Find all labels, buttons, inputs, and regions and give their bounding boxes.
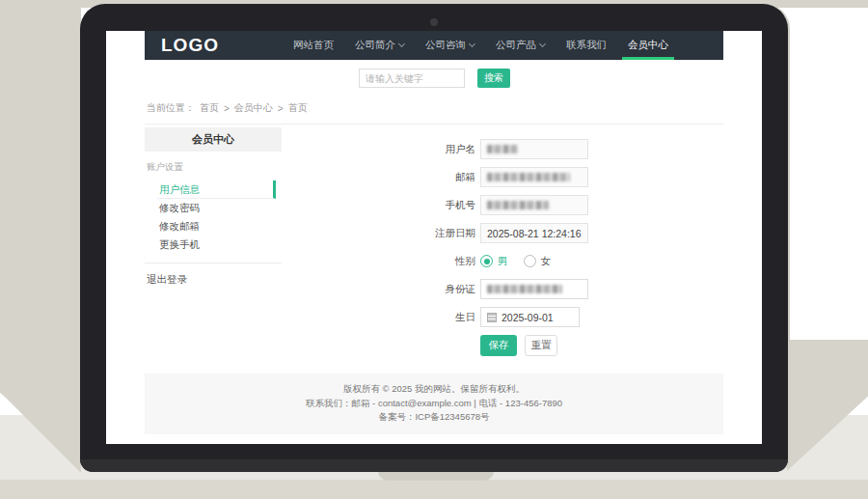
register-date-field: 2025-08-21 12:24:16: [480, 223, 588, 243]
breadcrumb-prefix: 当前位置：: [147, 101, 195, 115]
website: LOGO 网站首页 公司简介 公司咨询: [145, 31, 723, 434]
masked-value: [487, 285, 562, 293]
field-label: 性别: [282, 255, 475, 268]
laptop-base: [80, 459, 788, 472]
main-nav: 网站首页 公司简介 公司咨询 公司产品: [283, 31, 679, 60]
sidebar-item-user-info[interactable]: 用户信息: [157, 180, 276, 199]
id-card-field[interactable]: [480, 279, 588, 299]
form-row-phone: 手机号: [282, 195, 723, 215]
nav-item-company-consult[interactable]: 公司咨询: [415, 31, 485, 60]
nav-label: 会员中心: [628, 39, 668, 52]
form-row-register-date: 注册日期 2025-08-21 12:24:16: [282, 223, 723, 243]
nav-item-company-intro[interactable]: 公司简介: [344, 31, 415, 60]
sidebar-logout[interactable]: 退出登录: [145, 263, 282, 296]
gender-option-male[interactable]: 男: [480, 255, 508, 268]
sidebar-section-account: 账户设置: [145, 152, 282, 180]
nav-item-company-products[interactable]: 公司产品: [485, 31, 556, 60]
chevron-down-icon: [539, 41, 546, 47]
nav-label: 联系我们: [566, 39, 607, 52]
username-field[interactable]: [480, 139, 588, 159]
calendar-icon: [487, 313, 497, 322]
gender-option-female[interactable]: 女: [524, 255, 552, 268]
footer-icp: 备案号：ICP备12345678号: [145, 410, 723, 425]
field-label: 用户名: [282, 143, 475, 156]
field-label: 注册日期: [282, 227, 475, 240]
nav-label: 公司咨询: [425, 39, 466, 52]
nav-item-home[interactable]: 网站首页: [283, 31, 344, 60]
breadcrumb-separator: >: [224, 103, 230, 114]
search-input[interactable]: [359, 69, 465, 88]
member-sidebar: 会员中心 账户设置 用户信息 修改密码 修改邮箱 更换手机 退出登录: [145, 127, 282, 370]
field-label: 手机号: [282, 199, 475, 212]
profile-form: 用户名 邮箱 手机号: [282, 127, 723, 370]
backdrop-left-panel: [0, 0, 81, 473]
save-button[interactable]: 保存: [480, 335, 517, 356]
site-footer: 版权所有 © 2025 我的网站。保留所有权利。 联系我们：邮箱 - conta…: [145, 374, 723, 434]
masked-value: [487, 201, 549, 209]
form-row-username: 用户名: [282, 139, 723, 159]
top-navbar: LOGO 网站首页 公司简介 公司咨询: [145, 31, 723, 60]
footer-contact: 联系我们：邮箱 - contact@example.com | 电话 - 123…: [145, 397, 723, 411]
form-buttons: 保存 重置: [480, 335, 723, 356]
birthday-field[interactable]: 2025-09-01: [480, 307, 580, 327]
register-date-value: 2025-08-21 12:24:16: [487, 228, 582, 239]
form-row-email: 邮箱: [282, 167, 723, 187]
footer-copyright: 版权所有 © 2025 我的网站。保留所有权利。: [145, 382, 723, 397]
email-field[interactable]: [480, 167, 588, 187]
nav-label: 公司产品: [496, 39, 536, 52]
nav-label: 网站首页: [293, 39, 334, 52]
breadcrumb-link-member[interactable]: 会员中心: [234, 101, 273, 115]
site-logo[interactable]: LOGO: [145, 35, 219, 56]
main-area: 会员中心 账户设置 用户信息 修改密码 修改邮箱 更换手机 退出登录 用户名: [145, 125, 723, 370]
search-bar: 搜索: [145, 60, 723, 99]
sidebar-title: 会员中心: [145, 127, 282, 152]
breadcrumb-separator: >: [278, 103, 284, 114]
field-label: 身份证: [282, 283, 475, 296]
field-label: 邮箱: [282, 171, 475, 184]
chevron-down-icon: [469, 41, 475, 47]
sidebar-item-change-password[interactable]: 修改密码: [157, 199, 276, 217]
sidebar-item-change-email[interactable]: 修改邮箱: [157, 217, 276, 236]
page: LOGO 网站首页 公司简介 公司咨询: [0, 0, 868, 499]
radio-label: 男: [498, 255, 508, 268]
masked-value: [487, 145, 518, 153]
breadcrumb-current: 首页: [288, 101, 308, 115]
phone-field[interactable]: [480, 195, 588, 215]
radio-checked-icon[interactable]: [480, 255, 493, 267]
backdrop-floor-strip: [0, 480, 868, 499]
birthday-value: 2025-09-01: [502, 312, 554, 323]
sidebar-item-change-phone[interactable]: 更换手机: [157, 236, 276, 254]
search-button[interactable]: 搜索: [477, 69, 510, 88]
webcam-dot: [430, 18, 438, 26]
gender-radio-group: 男 女: [480, 255, 551, 268]
chevron-down-icon: [398, 41, 405, 47]
laptop-screen: LOGO 网站首页 公司简介 公司咨询: [106, 31, 762, 444]
laptop-frame: LOGO 网站首页 公司简介 公司咨询: [80, 4, 788, 472]
form-row-birthday: 生日 2025-09-01: [282, 307, 723, 327]
radio-unchecked-icon[interactable]: [524, 255, 536, 267]
nav-item-member-center[interactable]: 会员中心: [617, 31, 679, 60]
reset-button[interactable]: 重置: [525, 335, 557, 356]
breadcrumb-link-home[interactable]: 首页: [200, 101, 219, 115]
form-row-id-card: 身份证: [282, 279, 723, 299]
breadcrumb: 当前位置： 首页 > 会员中心 > 首页: [145, 99, 723, 125]
radio-label: 女: [541, 255, 552, 268]
field-label: 生日: [282, 311, 475, 324]
masked-value: [487, 173, 570, 181]
nav-label: 公司简介: [355, 39, 395, 52]
nav-item-contact[interactable]: 联系我们: [556, 31, 617, 60]
form-row-gender: 性别 男 女: [282, 251, 723, 271]
